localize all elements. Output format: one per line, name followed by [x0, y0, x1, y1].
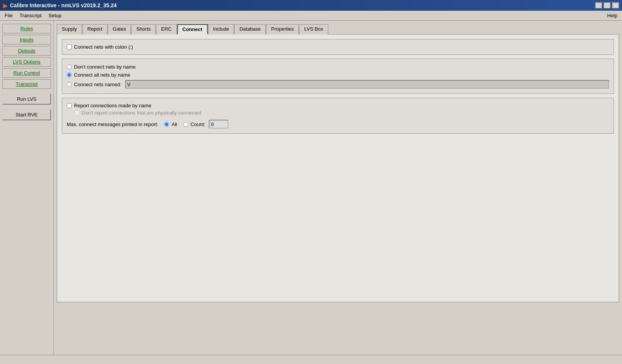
tab-connect[interactable]: Connect: [177, 24, 208, 34]
radio-dont-connect[interactable]: [67, 64, 72, 69]
app-icon: ▶: [3, 2, 8, 9]
connect-named-input[interactable]: [125, 80, 609, 89]
tab-database[interactable]: Database: [234, 24, 266, 34]
tab-erc[interactable]: ERC: [156, 24, 176, 34]
max-messages-label: Max. connect messages printed in report:: [67, 121, 158, 127]
connect-named-label[interactable]: Connect nets named:: [74, 82, 122, 87]
colon-section: Connect nets with colon (:): [62, 39, 614, 55]
report-connections-label[interactable]: Report connections made by name: [74, 103, 151, 108]
count-input[interactable]: [209, 120, 228, 128]
max-count-label[interactable]: Count:: [191, 121, 205, 127]
content-area: Supply Report Gates Shorts ERC Connect I…: [54, 21, 622, 355]
radio-connect-named[interactable]: [67, 82, 72, 87]
sidebar-item-lvs-options[interactable]: LVS Options: [2, 57, 51, 67]
sidebar-item-outputs[interactable]: Outputs: [2, 46, 51, 56]
dont-report-checkbox[interactable]: [74, 110, 79, 115]
start-rve-button[interactable]: Start RVE: [2, 109, 51, 120]
menu-help[interactable]: Help: [604, 12, 620, 19]
tab-supply[interactable]: Supply: [57, 24, 82, 34]
menu-transcript[interactable]: Transcript: [16, 12, 44, 19]
report-connections-checkbox[interactable]: [67, 103, 72, 108]
sidebar-item-transcript[interactable]: Transcript: [2, 79, 51, 89]
sidebar: Rules Inputs Outputs LVS Options Run Con…: [0, 21, 54, 355]
sidebar-item-inputs[interactable]: Inputs: [2, 35, 51, 44]
menu-bar: File Transcript Setup Help: [0, 11, 622, 21]
connect-tab-panel: Connect nets with colon (:) Don't connec…: [57, 34, 619, 302]
run-lvs-button[interactable]: Run LVS: [2, 93, 51, 105]
connect-colon-checkbox[interactable]: [67, 44, 72, 49]
radio-max-count[interactable]: [183, 122, 188, 127]
status-bar: [0, 355, 622, 364]
tab-shorts[interactable]: Shorts: [131, 24, 156, 34]
radio-max-all[interactable]: [164, 122, 169, 127]
minimize-button[interactable]: ─: [595, 2, 602, 8]
tab-properties[interactable]: Properties: [266, 24, 299, 34]
tab-bar: Supply Report Gates Shorts ERC Connect I…: [57, 24, 619, 34]
menu-file[interactable]: File: [2, 12, 16, 19]
sidebar-item-rules[interactable]: Rules: [2, 24, 51, 33]
dont-connect-label[interactable]: Don't connect nets by name: [74, 64, 136, 70]
tab-include[interactable]: Include: [208, 24, 234, 34]
connect-by-name-section: Don't connect nets by name Connect all n…: [62, 59, 614, 94]
connect-all-label[interactable]: Connect all nets by name: [74, 72, 130, 78]
radio-connect-all[interactable]: [67, 72, 72, 77]
menu-setup[interactable]: Setup: [45, 12, 64, 19]
sidebar-item-run-control[interactable]: Run Control: [2, 68, 51, 78]
report-connections-section: Report connections made by name Don't re…: [62, 98, 614, 134]
connect-colon-label[interactable]: Connect nets with colon (:): [74, 44, 133, 50]
title-bar: ▶ Calibre Interactive - nmLVS v2019.2_35…: [0, 0, 622, 11]
maximize-button[interactable]: □: [604, 2, 610, 8]
window-title: Calibre Interactive - nmLVS v2019.2_35.2…: [10, 2, 117, 8]
tab-gates[interactable]: Gates: [108, 24, 131, 34]
tab-report[interactable]: Report: [82, 24, 107, 34]
close-button[interactable]: ✕: [612, 2, 619, 8]
tab-lvs-box[interactable]: LVS Box: [299, 24, 328, 34]
max-all-label[interactable]: All: [171, 121, 177, 127]
dont-report-label: Don't report connections that are physic…: [82, 110, 201, 116]
